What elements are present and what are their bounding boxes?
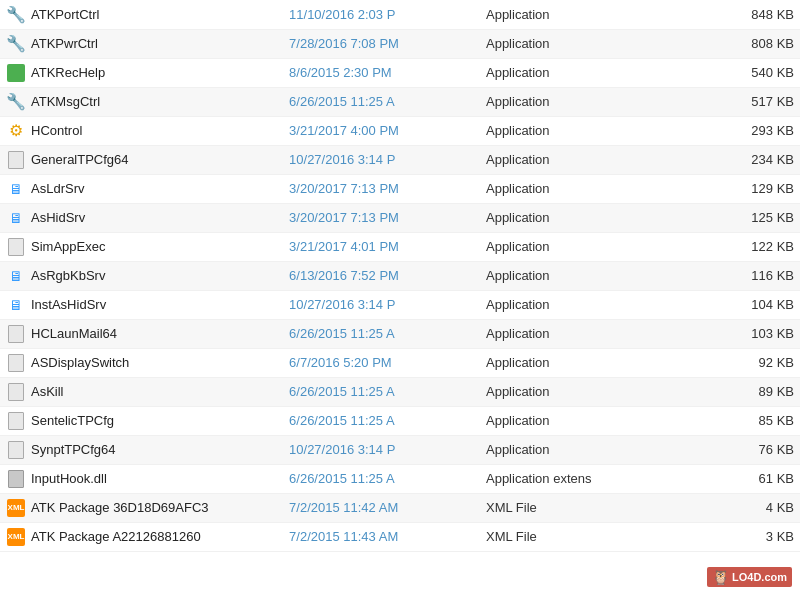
file-type: Application (480, 29, 702, 58)
file-date: 6/26/2015 11:25 A (283, 464, 480, 493)
gear-icon: ⚙ (9, 121, 23, 140)
file-name-cell: ASDisplaySwitch (0, 348, 283, 377)
file-date: 10/27/2016 3:14 P (283, 435, 480, 464)
table-row[interactable]: 🖥 InstAsHidSrv 10/27/2016 3:14 P Applica… (0, 290, 800, 319)
file-name: ASDisplaySwitch (31, 355, 129, 370)
file-name-cell: XML ATK Package A22126881260 (0, 522, 283, 551)
table-row[interactable]: XML ATK Package 36D18D69AFC3 7/2/2015 11… (0, 493, 800, 522)
file-type: Application (480, 0, 702, 29)
file-type: Application (480, 435, 702, 464)
file-icon-container (6, 63, 26, 83)
file-size: 293 KB (702, 116, 800, 145)
table-row[interactable]: 🔧 ATKPwrCtrl 7/28/2016 7:08 PM Applicati… (0, 29, 800, 58)
table-row[interactable]: AsKill 6/26/2015 11:25 A Application 89 … (0, 377, 800, 406)
file-date: 8/6/2015 2:30 PM (283, 58, 480, 87)
file-type: Application (480, 406, 702, 435)
file-icon-container (6, 440, 26, 460)
file-date: 6/26/2015 11:25 A (283, 377, 480, 406)
file-type: Application (480, 116, 702, 145)
table-row[interactable]: 🖥 AsRgbKbSrv 6/13/2016 7:52 PM Applicati… (0, 261, 800, 290)
file-type: Application (480, 261, 702, 290)
file-icon (8, 441, 24, 459)
file-size: 122 KB (702, 232, 800, 261)
file-icon-container (6, 353, 26, 373)
watermark-text: LO4D.com (732, 571, 787, 583)
table-row[interactable]: GeneralTPCfg64 10/27/2016 3:14 P Applica… (0, 145, 800, 174)
file-table: 🔧 ATKPortCtrl 11/10/2016 2:03 P Applicat… (0, 0, 800, 552)
file-browser: 🔧 ATKPortCtrl 11/10/2016 2:03 P Applicat… (0, 0, 800, 595)
file-name: HCLaunMail64 (31, 326, 117, 341)
file-name: AsKill (31, 384, 64, 399)
file-icon-container (6, 411, 26, 431)
file-icon-container: 🖥 (6, 179, 26, 199)
file-size: 234 KB (702, 145, 800, 174)
monitor-icon: 🖥 (9, 268, 23, 284)
xml-icon: XML (7, 528, 25, 546)
table-row[interactable]: SimAppExec 3/21/2017 4:01 PM Application… (0, 232, 800, 261)
owl-icon: 🦉 (712, 569, 729, 585)
file-name-cell: 🔧 ATKPortCtrl (0, 0, 283, 29)
file-size: 92 KB (702, 348, 800, 377)
file-name: SynptTPCfg64 (31, 442, 116, 457)
wrench-icon: 🔧 (6, 34, 26, 53)
file-name-cell: HCLaunMail64 (0, 319, 283, 348)
file-name-cell: InputHook.dll (0, 464, 283, 493)
table-row[interactable]: ASDisplaySwitch 6/7/2016 5:20 PM Applica… (0, 348, 800, 377)
file-date: 7/28/2016 7:08 PM (283, 29, 480, 58)
monitor-icon: 🖥 (9, 181, 23, 197)
file-name-cell: SimAppExec (0, 232, 283, 261)
file-name: ATKPwrCtrl (31, 36, 98, 51)
watermark-logo: 🦉 LO4D.com (707, 567, 792, 587)
file-icon (8, 238, 24, 256)
monitor-icon: 🖥 (9, 210, 23, 226)
table-row[interactable]: InputHook.dll 6/26/2015 11:25 A Applicat… (0, 464, 800, 493)
table-row[interactable]: 🔧 ATKPortCtrl 11/10/2016 2:03 P Applicat… (0, 0, 800, 29)
file-type: XML File (480, 522, 702, 551)
table-row[interactable]: 🖥 AsLdrSrv 3/20/2017 7:13 PM Application… (0, 174, 800, 203)
table-row[interactable]: 🔧 ATKMsgCtrl 6/26/2015 11:25 A Applicati… (0, 87, 800, 116)
file-icon-container: 🔧 (6, 4, 26, 24)
table-row[interactable]: ⚙ HControl 3/21/2017 4:00 PM Application… (0, 116, 800, 145)
file-size: 61 KB (702, 464, 800, 493)
table-row[interactable]: 🖥 AsHidSrv 3/20/2017 7:13 PM Application… (0, 203, 800, 232)
file-size: 103 KB (702, 319, 800, 348)
file-icon (8, 354, 24, 372)
table-row[interactable]: SynptTPCfg64 10/27/2016 3:14 P Applicati… (0, 435, 800, 464)
file-name: ATKPortCtrl (31, 7, 99, 22)
file-size: 76 KB (702, 435, 800, 464)
table-row[interactable]: XML ATK Package A22126881260 7/2/2015 11… (0, 522, 800, 551)
file-icon (8, 151, 24, 169)
file-icon-container (6, 382, 26, 402)
file-type: Application (480, 232, 702, 261)
file-name: ATK Package 36D18D69AFC3 (31, 500, 209, 515)
file-name: ATKRecHelp (31, 65, 105, 80)
file-date: 3/20/2017 7:13 PM (283, 203, 480, 232)
file-date: 6/26/2015 11:25 A (283, 319, 480, 348)
file-name: InputHook.dll (31, 471, 107, 486)
file-icon-container: XML (6, 527, 26, 547)
table-row[interactable]: SentelicTPCfg 6/26/2015 11:25 A Applicat… (0, 406, 800, 435)
file-type: Application (480, 145, 702, 174)
file-date: 3/21/2017 4:01 PM (283, 232, 480, 261)
file-type: Application (480, 377, 702, 406)
file-icon-container: XML (6, 498, 26, 518)
file-type: Application (480, 290, 702, 319)
table-row[interactable]: ATKRecHelp 8/6/2015 2:30 PM Application … (0, 58, 800, 87)
file-name: ATKMsgCtrl (31, 94, 100, 109)
file-name: GeneralTPCfg64 (31, 152, 129, 167)
file-name-cell: XML ATK Package 36D18D69AFC3 (0, 493, 283, 522)
file-name: SentelicTPCfg (31, 413, 114, 428)
file-type: Application (480, 203, 702, 232)
file-size: 104 KB (702, 290, 800, 319)
file-icon-container: 🖥 (6, 266, 26, 286)
file-icon-container: 🖥 (6, 208, 26, 228)
file-size: 808 KB (702, 29, 800, 58)
file-icon-container: 🖥 (6, 295, 26, 315)
file-date: 6/7/2016 5:20 PM (283, 348, 480, 377)
table-row[interactable]: HCLaunMail64 6/26/2015 11:25 A Applicati… (0, 319, 800, 348)
file-date: 3/20/2017 7:13 PM (283, 174, 480, 203)
file-name: InstAsHidSrv (31, 297, 106, 312)
green-icon (7, 64, 25, 82)
wrench-icon: 🔧 (6, 92, 26, 111)
xml-icon: XML (7, 499, 25, 517)
